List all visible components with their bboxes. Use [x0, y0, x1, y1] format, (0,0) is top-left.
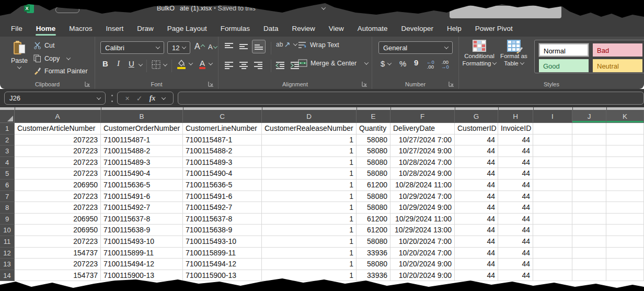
dialog-launcher-icon[interactable] [85, 81, 90, 87]
cell-A6[interactable]: 206950 [15, 180, 101, 191]
chevron-down-icon[interactable] [139, 62, 143, 66]
cell-E9[interactable]: 61200 [356, 214, 390, 225]
cell-J14[interactable] [572, 270, 606, 282]
row-header-9[interactable]: 9 [0, 214, 15, 225]
cell-A12[interactable]: 154737 [15, 248, 101, 259]
cell-B1[interactable]: CustomerOrderNumber [101, 123, 183, 135]
cell-A1[interactable]: CustomerArticleNumber [15, 123, 101, 135]
cell-B13[interactable]: 7100115494-12 [101, 259, 183, 270]
cell-G1[interactable]: CustomerID [455, 123, 498, 135]
cell-I14[interactable] [533, 270, 572, 282]
formula-input[interactable] [178, 92, 644, 105]
tab-help[interactable]: Help [440, 21, 468, 37]
cell-E7[interactable]: 58080 [356, 191, 390, 203]
cell-H5[interactable]: 44 [498, 168, 533, 180]
tab-page-layout[interactable]: Page Layout [160, 21, 214, 37]
cell-C6[interactable]: 7100115636-5 [183, 180, 262, 191]
cell-I1[interactable] [533, 123, 572, 135]
bold-button[interactable]: B [102, 59, 108, 68]
cell-G14[interactable]: 44 [455, 270, 498, 282]
cell-J2[interactable] [572, 135, 606, 146]
cell-G9[interactable]: 44 [455, 214, 498, 225]
cell-E3[interactable]: 58080 [356, 146, 390, 157]
tab-macros[interactable]: Macros [62, 21, 99, 37]
accounting-format-button[interactable]: $ [381, 59, 391, 68]
cell-I2[interactable] [533, 135, 572, 146]
cell-F8[interactable]: 10/29/2024 9:00 [390, 202, 455, 214]
cell-H11[interactable]: 44 [498, 236, 533, 248]
cell-C14[interactable]: 7100115900-13 [183, 270, 262, 282]
cell-A10[interactable]: 206950 [15, 225, 101, 236]
cell-D5[interactable]: 1 [262, 168, 356, 180]
cell-B14[interactable]: 7100115900-13 [101, 270, 183, 282]
cell-E12[interactable]: 33936 [356, 248, 390, 259]
cell-E10[interactable]: 61200 [356, 225, 390, 236]
column-header-i[interactable]: I [533, 110, 572, 123]
cell-K2[interactable] [606, 135, 644, 146]
tab-draw[interactable]: Draw [130, 21, 160, 37]
cell-D4[interactable]: 1 [262, 157, 356, 169]
cell-I8[interactable] [533, 202, 572, 214]
cell-J1[interactable] [572, 123, 606, 135]
cell-J3[interactable] [572, 146, 606, 157]
format-as-table-button[interactable]: Format as Table [498, 40, 530, 66]
cell-G5[interactable]: 44 [455, 168, 498, 180]
conditional-formatting-button[interactable]: Conditional Formatting [463, 40, 496, 66]
quick-access-toolbar[interactable] [55, 7, 79, 13]
copy-button[interactable]: Copy [33, 54, 70, 62]
format-painter-button[interactable]: Format Painter [33, 67, 88, 75]
cell-H13[interactable]: 44 [498, 259, 533, 270]
cell-I4[interactable] [533, 157, 572, 169]
cell-K6[interactable] [606, 180, 644, 191]
tab-formulas[interactable]: Formulas [214, 21, 257, 37]
merge-center-button[interactable]: Merge & Center [298, 59, 368, 67]
cell-I9[interactable] [533, 214, 572, 225]
chevron-down-icon[interactable] [321, 5, 326, 9]
cell-F2[interactable]: 10/27/2024 7:00 [390, 135, 455, 146]
cell-F14[interactable]: 10/20/2024 9:00 [390, 270, 455, 282]
cell-K5[interactable] [606, 168, 644, 180]
cell-K4[interactable] [606, 157, 644, 169]
cell-H6[interactable]: 44 [498, 180, 533, 191]
font-color-button[interactable]: A [199, 59, 212, 69]
cell-F5[interactable]: 10/28/2024 9:00 [390, 168, 455, 180]
cell-J11[interactable] [572, 236, 606, 248]
cell-F6[interactable]: 10/28/2024 11:00 [390, 180, 455, 191]
row-header-12[interactable]: 12 [0, 248, 15, 259]
grow-font-button[interactable]: A [194, 42, 204, 51]
align-right-icon[interactable] [254, 62, 262, 69]
tab-home[interactable]: Home [29, 21, 63, 37]
cell-I7[interactable] [533, 191, 572, 203]
column-header-b[interactable]: B [101, 110, 183, 123]
cell-F4[interactable]: 10/28/2024 7:00 [390, 157, 455, 169]
borders-button[interactable] [152, 60, 167, 69]
cell-C4[interactable]: 7100115489-3 [183, 157, 262, 169]
orientation-button[interactable]: ab [276, 41, 297, 48]
cell-J10[interactable] [572, 225, 606, 236]
row-header-7[interactable]: 7 [0, 191, 15, 203]
cell-I10[interactable] [533, 225, 572, 236]
wrap-text-button[interactable]: Wrap Text [298, 41, 339, 49]
cell-B7[interactable]: 7100115491-6 [101, 191, 183, 203]
cell-B12[interactable]: 7100115899-11 [101, 248, 183, 259]
row-header-10[interactable]: 10 [0, 225, 15, 236]
row-header-2[interactable]: 2 [0, 135, 15, 146]
cell-C1[interactable]: CustomerLineNumber [183, 123, 262, 135]
cell-K1[interactable] [606, 123, 644, 135]
cell-D1[interactable]: CustomerRealeaseNumber [262, 123, 356, 135]
cell-style-bad[interactable]: Bad [593, 43, 642, 57]
cell-B4[interactable]: 7100115489-3 [101, 157, 183, 169]
cell-style-neutral[interactable]: Neutral [593, 59, 642, 72]
cell-K13[interactable] [606, 259, 644, 270]
chevron-down-icon[interactable] [162, 95, 166, 99]
row-header-6[interactable]: 6 [0, 180, 15, 191]
cell-D8[interactable]: 1 [262, 202, 356, 214]
shrink-font-button[interactable]: A [208, 43, 217, 51]
paste-button[interactable]: Paste [7, 41, 31, 69]
cell-A7[interactable]: 207223 [15, 191, 101, 203]
cell-D9[interactable]: 1 [262, 214, 356, 225]
name-box[interactable]: J26 [4, 92, 106, 105]
cell-C3[interactable]: 7100115488-2 [183, 146, 262, 157]
cell-A9[interactable]: 206950 [15, 214, 101, 225]
cell-J9[interactable] [572, 214, 606, 225]
